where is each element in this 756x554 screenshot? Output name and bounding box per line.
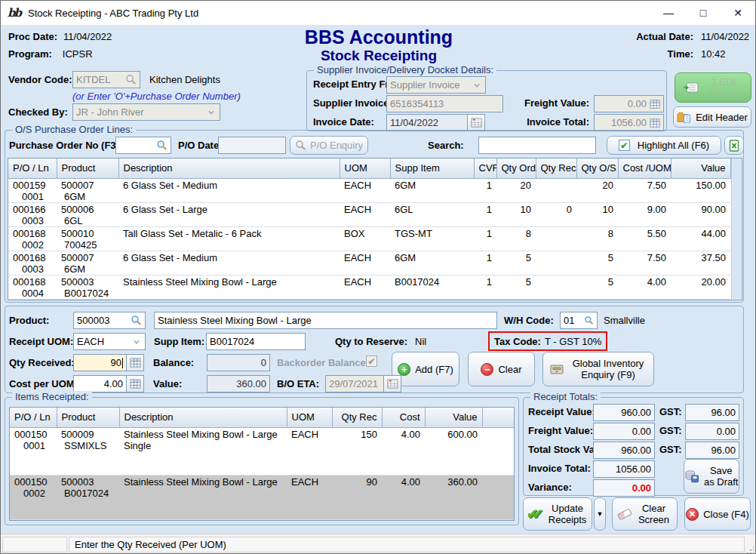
col-description[interactable]: Description [119, 408, 287, 427]
supp-item-field[interactable]: B0017024 [206, 333, 306, 350]
qty-received-input[interactable]: 90 [73, 354, 127, 371]
edi-invoice-button[interactable]: 1 EDI Invoice [675, 72, 751, 103]
po-table-scrollbar[interactable] [731, 159, 742, 300]
col-product[interactable]: Product [57, 408, 119, 427]
po-no-field[interactable] [115, 137, 171, 154]
product-search-icon[interactable] [131, 315, 142, 326]
invoice-total-label: Invoice Total: [524, 116, 589, 128]
po-date-field[interactable] [218, 137, 286, 154]
receipt-uom-label: Receipt UOM: [9, 336, 73, 347]
checked-by-dropdown[interactable]: JR - John River [72, 103, 220, 121]
vendor-search-icon[interactable] [125, 74, 137, 85]
invoice-date-picker-button[interactable] [467, 114, 485, 131]
double-check-icon: ✔✔ [527, 506, 537, 522]
po-table-row[interactable]: 0001680003 5000076GM 6 Glass Set - Mediu… [8, 251, 730, 275]
col-cost[interactable]: Cost [382, 408, 425, 427]
po-table-row[interactable]: 0001660003 5000066GL 6 Glass Set - Large… [8, 202, 730, 226]
col-product[interactable]: Product [57, 159, 118, 178]
cost-per-uom-input[interactable]: 4.00 [73, 375, 127, 392]
calculator-icon[interactable] [650, 99, 660, 109]
close-window-button[interactable]: ✕ [721, 1, 755, 25]
col-uom[interactable]: UOM [340, 159, 390, 178]
vendor-code-label: Vendor Code: [8, 74, 72, 85]
invoice-total-value: 1056.00 [598, 117, 647, 128]
vendor-name: Kitchen Delights [149, 74, 220, 85]
col-value[interactable]: Value [425, 408, 482, 427]
receipt-uom-dropdown[interactable]: EACH [73, 333, 146, 350]
receipt-uom-value: EACH [77, 336, 131, 347]
col-description[interactable]: Description [118, 159, 340, 178]
backorder-balance-checkbox[interactable]: ✔ [366, 355, 377, 367]
po-lines-legend: O/S Purchase Order Lines: [12, 124, 136, 135]
qty-reserve-value: Nil [415, 336, 426, 347]
col-supp-item[interactable]: Supp Item [390, 159, 474, 178]
wh-search-icon[interactable] [584, 315, 594, 325]
stock-receipting-window: bb Stock Receipting - ABC Trading Pty Lt… [0, 0, 756, 554]
vendor-code-field[interactable]: KITDEL [72, 71, 140, 88]
wh-code-field[interactable]: 01 [560, 312, 598, 329]
global-inventory-enquiry-button[interactable]: Global Inventory Enquiry (F9) [542, 352, 654, 386]
maximize-button[interactable]: □ [686, 1, 721, 25]
update-receipts-dropdown-button[interactable]: ▼ [594, 497, 606, 531]
clear-button[interactable]: − Clear [468, 352, 535, 386]
screen-title: Stock Receipting [228, 48, 530, 64]
col-qty-rec[interactable]: Qty Rec [536, 159, 576, 178]
highlight-all-checkbox[interactable]: ✔ [619, 140, 630, 151]
supplier-invoice-no-field[interactable]: 6516354113 [386, 95, 503, 112]
total-stock-gst-field: 96.00 [685, 442, 739, 459]
close-button[interactable]: ✕ Close (F4) [684, 497, 751, 531]
product-code-value: 500003 [77, 315, 131, 326]
add-button[interactable]: + Add (F7) [392, 352, 459, 386]
col-uom[interactable]: UOM [287, 408, 332, 427]
search-input[interactable] [478, 137, 596, 154]
items-receipted-legend: Items Receipted: [12, 391, 92, 402]
supp-item-value: B0017024 [210, 336, 302, 347]
po-table-row[interactable]: 0001680002 500010700425 Tall Glass Set -… [8, 226, 730, 251]
update-receipts-button[interactable]: ✔✔ Update Receipts [523, 497, 592, 531]
col-cvf[interactable]: CVF [474, 159, 496, 178]
invoice-date-field[interactable]: 11/04/2022 [386, 114, 468, 131]
product-code-field[interactable]: 500003 [73, 312, 146, 329]
col-qty-ord[interactable]: Qty Ord [496, 159, 536, 178]
receipt-entry-from-dropdown[interactable]: Supplier Invoice [386, 76, 486, 94]
folder-page-icon [677, 112, 691, 123]
cost-calc-button[interactable] [126, 375, 144, 392]
col-qty-rec[interactable]: Qty Rec [332, 408, 382, 427]
freight-value: 0.00 [598, 98, 647, 109]
product-description-field[interactable]: Stainless Steel Mixing Bowl - Large [154, 312, 497, 329]
cost-per-uom-value: 4.00 [77, 378, 123, 389]
bo-eta-picker-button[interactable] [383, 375, 401, 392]
po-enquiry-button[interactable]: P/O Enquiry [290, 136, 368, 155]
col-cost-uom[interactable]: Cost /UOM [618, 159, 671, 178]
po-table-row[interactable]: 0001680004 500003B0017024 Stainless Stee… [8, 275, 730, 299]
save-as-draft-button[interactable]: Save as Draft [684, 459, 739, 494]
col-value[interactable]: Value [671, 159, 730, 178]
minimize-button[interactable]: — [651, 1, 686, 25]
calculator-icon[interactable] [650, 118, 660, 128]
invoice-total-field[interactable]: 1056.00 [594, 114, 664, 131]
resize-grip[interactable] [746, 546, 754, 553]
qty-received-label: Qty Received: [9, 357, 75, 368]
highlight-all-button[interactable]: ✔ Highlight All (F6) [607, 136, 721, 155]
gst-label: GST: [659, 425, 682, 436]
items-receipted-group: Items Receipted: P/O / Ln Product Descri… [5, 397, 519, 525]
items-table-row-selected[interactable]: 0001500002 500003B0017024 Stainless Stee… [10, 475, 514, 519]
items-table-row[interactable]: 0001500001 500009SSMIXLS Stainless Steel… [10, 427, 514, 475]
col-qty-os[interactable]: Qty O/S [576, 159, 618, 178]
edit-header-button[interactable]: Edit Header [673, 106, 751, 128]
po-search-icon[interactable] [156, 140, 167, 151]
freight-value-field[interactable]: 0.00 [594, 95, 664, 112]
clear-screen-button[interactable]: Clear Screen [612, 497, 678, 531]
minus-icon: − [481, 363, 493, 376]
variance-field: 0.00 [593, 479, 655, 497]
col-po-ln[interactable]: P/O / Ln [10, 408, 57, 427]
value-value: 360.00 [211, 378, 266, 389]
export-excel-button[interactable] [724, 136, 744, 155]
col-po-ln[interactable]: P/O / Ln [8, 159, 57, 178]
po-table-row[interactable]: 0001590001 5000076GM 6 Glass Set - Mediu… [8, 178, 730, 202]
plus-icon: + [398, 363, 410, 376]
qty-received-calc-button[interactable] [126, 354, 144, 371]
bo-eta-value: 29/07/2021 [329, 378, 380, 389]
supplier-invoice-group: Supplier Invoice/Delivery Docket Details… [306, 70, 667, 131]
bo-eta-field[interactable]: 29/07/2021 [325, 375, 384, 392]
